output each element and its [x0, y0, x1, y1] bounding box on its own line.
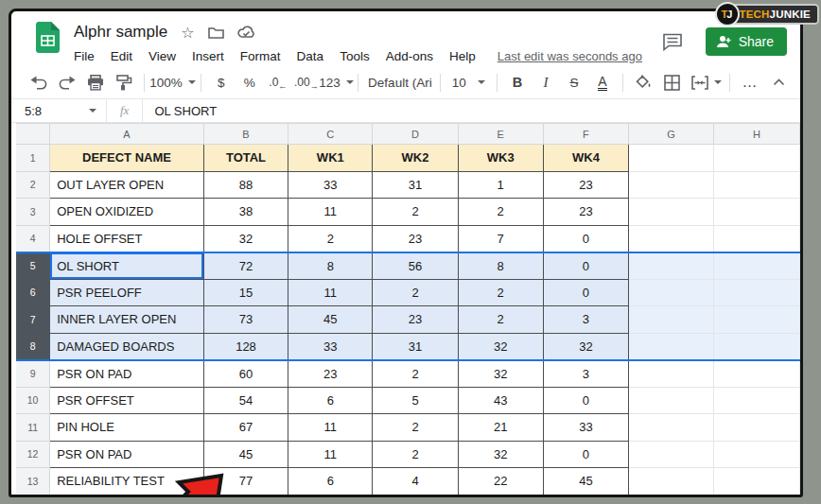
cell-G9[interactable]	[629, 360, 714, 388]
cell-A8[interactable]: DAMAGED BOARDS	[50, 333, 204, 360]
cell-H11[interactable]	[713, 414, 799, 442]
cell-D8[interactable]: 31	[373, 333, 458, 360]
cell-B4[interactable]: 32	[203, 225, 288, 252]
cell-A6[interactable]: PSR PEELOFF	[50, 279, 204, 306]
cell-G5[interactable]	[629, 252, 714, 280]
row-header-8[interactable]: 8	[16, 333, 50, 360]
cell-B8[interactable]: 128	[203, 333, 288, 360]
cell-D11[interactable]: 2	[373, 414, 458, 442]
cell-F12[interactable]: 0	[543, 441, 628, 468]
cell-C5[interactable]: 8	[288, 252, 373, 280]
cell-F13[interactable]: 45	[543, 468, 628, 495]
cell-G10[interactable]	[629, 387, 714, 414]
cell-D10[interactable]: 5	[373, 387, 458, 414]
cell-F9[interactable]: 3	[543, 360, 628, 388]
cell-F10[interactable]: 0	[543, 387, 628, 414]
cell-C11[interactable]: 11	[288, 414, 373, 442]
share-button[interactable]: Share	[706, 27, 787, 56]
cell-C1[interactable]: WK1	[288, 145, 373, 172]
cell-H2[interactable]	[713, 171, 799, 199]
menu-format[interactable]: Format	[240, 49, 281, 63]
cell-E2[interactable]: 1	[458, 171, 543, 199]
cell-D5[interactable]: 56	[373, 252, 458, 280]
font-family-dropdown[interactable]: Default (Ari...	[366, 70, 432, 95]
cell-D2[interactable]: 31	[373, 171, 458, 199]
cell-G4[interactable]	[629, 225, 714, 252]
row-header-10[interactable]: 10	[16, 387, 50, 414]
collapse-toolbar-icon[interactable]	[766, 70, 791, 95]
cell-H1[interactable]	[713, 145, 799, 172]
cell-E5[interactable]: 8	[458, 252, 543, 280]
cell-B5[interactable]: 72	[203, 252, 288, 280]
column-header-C[interactable]: C	[288, 124, 373, 145]
menu-file[interactable]: File	[74, 49, 95, 63]
cell-B9[interactable]: 60	[203, 360, 288, 388]
cell-B7[interactable]: 73	[203, 306, 288, 334]
cell-F6[interactable]: 0	[543, 279, 628, 306]
cell-G1[interactable]	[629, 145, 714, 172]
cell-G2[interactable]	[629, 171, 714, 199]
cell-C2[interactable]: 33	[288, 171, 373, 199]
row-header-3[interactable]: 3	[16, 199, 50, 226]
cell-B6[interactable]: 15	[203, 279, 288, 306]
increase-decimal-button[interactable]: .00→	[294, 70, 319, 95]
comment-icon[interactable]	[662, 33, 683, 51]
merge-dropdown-icon[interactable]	[714, 80, 722, 84]
italic-button[interactable]: I	[533, 70, 558, 95]
row-header-6[interactable]: 6	[16, 279, 50, 306]
borders-icon[interactable]	[659, 70, 684, 95]
cell-A2[interactable]: OUT LAYER OPEN	[50, 171, 204, 199]
cell-C13[interactable]: 6	[288, 468, 373, 495]
cell-G13[interactable]	[629, 468, 714, 495]
cell-A10[interactable]: PSR OFFSET	[50, 387, 204, 414]
cell-G7[interactable]	[629, 306, 714, 334]
print-icon[interactable]	[83, 70, 108, 95]
menu-insert[interactable]: Insert	[192, 49, 224, 63]
name-box[interactable]: 5:8	[25, 104, 106, 118]
cell-C12[interactable]: 11	[288, 441, 373, 468]
column-header-F[interactable]: F	[543, 124, 628, 145]
cell-C6[interactable]: 11	[288, 279, 373, 306]
cell-C9[interactable]: 23	[288, 360, 373, 388]
row-header-7[interactable]: 7	[16, 306, 50, 334]
cell-H3[interactable]	[713, 199, 799, 226]
row-header-1[interactable]: 1	[16, 145, 50, 172]
cell-A1[interactable]: DEFECT NAME	[50, 145, 204, 172]
cell-H8[interactable]	[713, 333, 799, 360]
cell-D6[interactable]: 2	[373, 279, 458, 306]
more-toolbar-icon[interactable]: …	[738, 70, 762, 95]
cell-A9[interactable]: PSR ON PAD	[50, 360, 204, 388]
strikethrough-button[interactable]: S	[562, 70, 586, 95]
row-header-2[interactable]: 2	[16, 171, 50, 199]
cell-A5[interactable]: OL SHORT	[50, 252, 204, 280]
cell-E8[interactable]: 32	[458, 333, 543, 360]
folder-icon[interactable]	[208, 26, 224, 39]
cell-E11[interactable]: 21	[458, 414, 543, 442]
cell-E10[interactable]: 43	[458, 387, 543, 414]
cell-C3[interactable]: 11	[288, 199, 373, 226]
column-header-A[interactable]: A	[50, 124, 204, 145]
cell-G11[interactable]	[629, 414, 714, 442]
cell-G3[interactable]	[629, 199, 714, 226]
cell-G12[interactable]	[629, 441, 714, 468]
cell-E7[interactable]: 2	[458, 306, 543, 334]
cell-B3[interactable]: 38	[203, 199, 288, 226]
cell-F5[interactable]: 0	[543, 252, 628, 280]
fill-color-icon[interactable]	[631, 70, 655, 95]
cell-H7[interactable]	[713, 306, 799, 334]
cell-B13[interactable]: 77	[203, 468, 288, 495]
cell-B1[interactable]: TOTAL	[203, 145, 288, 172]
zoom-dropdown[interactable]: 100%	[152, 70, 193, 95]
bold-button[interactable]: B	[505, 70, 530, 95]
font-size-dropdown[interactable]: 10	[448, 70, 489, 95]
row-header-12[interactable]: 12	[16, 441, 50, 468]
cell-E9[interactable]: 32	[458, 360, 543, 388]
column-header-E[interactable]: E	[458, 124, 543, 145]
cell-A4[interactable]: HOLE OFFSET	[50, 225, 204, 252]
cell-E3[interactable]: 2	[458, 199, 543, 226]
more-formats-dropdown[interactable]: 123	[323, 70, 350, 95]
cell-E12[interactable]: 32	[458, 441, 543, 468]
column-header-G[interactable]: G	[629, 124, 714, 145]
cell-F8[interactable]: 32	[543, 333, 628, 360]
cell-H10[interactable]	[713, 387, 799, 414]
